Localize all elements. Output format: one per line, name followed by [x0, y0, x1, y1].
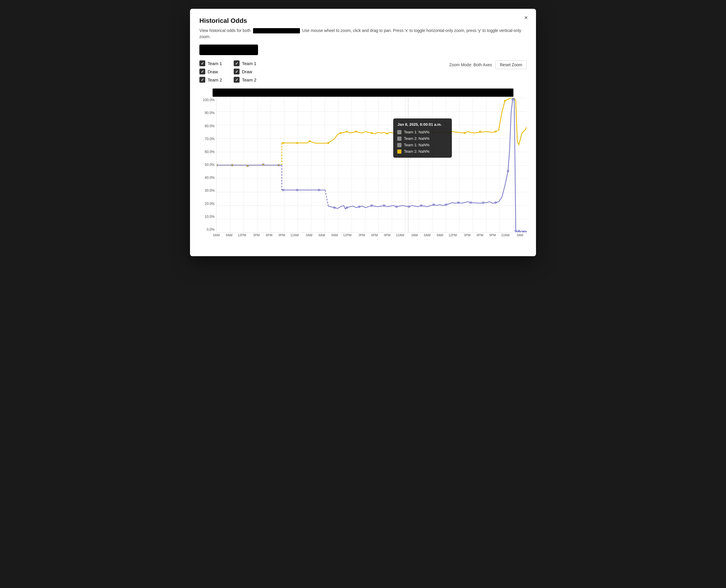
- x-label-3: 3PM: [253, 233, 260, 237]
- svg-point-16: [355, 131, 357, 132]
- legend-item-draw-col1[interactable]: Draw: [200, 69, 222, 75]
- plot-area[interactable]: Jan 8, 2025, 6:00:01 a.m. Team 1: NaN% T…: [216, 98, 526, 233]
- modal: × Historical Odds View historical odds f…: [190, 9, 536, 256]
- svg-point-20: [417, 132, 419, 133]
- svg-point-10: [282, 142, 284, 144]
- x-label-18: 12PM: [448, 233, 457, 237]
- modal-description: View historical odds for both Use mouse …: [200, 27, 526, 40]
- svg-point-15: [346, 131, 348, 132]
- svg-point-23: [463, 132, 465, 134]
- x-label-22: 12AM: [501, 233, 510, 237]
- legend-column-1: Team 1 Draw Team 2: [200, 60, 222, 83]
- y-label-30: 30.0%: [200, 188, 216, 193]
- y-label-100: 100.0%: [200, 98, 216, 102]
- legend-area: Team 1 Draw Team 2 Team 1: [200, 60, 256, 83]
- x-label-4: 6PM: [266, 233, 272, 237]
- legend-item-draw-col2[interactable]: Draw: [234, 69, 256, 75]
- x-label-17: 9AM: [437, 233, 443, 237]
- zoom-mode-label: Zoom Mode: Both Axes: [449, 62, 492, 67]
- reset-zoom-button[interactable]: Reset Zoom: [496, 60, 526, 69]
- svg-point-11: [296, 142, 298, 144]
- x-label-0: 6AM: [213, 233, 220, 237]
- legend-label-team2-col2: Team 2: [242, 77, 256, 82]
- x-axis: 6AM 9AM 12PM 3PM 6PM 9PM 12AM 3AM 6AM 9A…: [216, 233, 526, 237]
- x-label-23: 3AM: [517, 233, 523, 237]
- y-label-20: 20.0%: [200, 202, 216, 206]
- x-label-5: 9PM: [278, 233, 285, 237]
- x-label-20: 6PM: [476, 233, 483, 237]
- legend-label-draw-col2: Draw: [242, 69, 252, 74]
- checkbox-draw-col2[interactable]: [234, 69, 240, 75]
- legend-item-team1-col1[interactable]: Team 1: [200, 60, 222, 66]
- redacted-block: [200, 45, 258, 55]
- svg-point-24: [479, 131, 481, 132]
- legend-item-team2-col2[interactable]: Team 2: [234, 77, 256, 83]
- chart-svg: [217, 98, 526, 232]
- zoom-controls: Zoom Mode: Both Axes Reset Zoom: [449, 60, 526, 69]
- svg-line-4: [325, 190, 328, 206]
- svg-point-26: [504, 100, 506, 102]
- y-label-40: 40.0%: [200, 175, 216, 180]
- x-label-1: 9AM: [226, 233, 232, 237]
- y-label-90: 90.0%: [200, 111, 216, 115]
- chart-area[interactable]: 0.0% 10.0% 20.0% 30.0% 40.0% 50.0% 60.0%…: [200, 98, 526, 247]
- svg-point-14: [340, 132, 341, 134]
- legend-zoom-row: Team 1 Draw Team 2 Team 1: [200, 60, 526, 86]
- svg-point-12: [309, 141, 311, 142]
- legend-item-team2-col1[interactable]: Team 2: [200, 77, 222, 83]
- x-label-10: 12PM: [343, 233, 352, 237]
- x-label-14: 12AM: [396, 233, 405, 237]
- svg-point-18: [386, 133, 388, 134]
- x-label-8: 6AM: [318, 233, 325, 237]
- x-label-16: 6AM: [424, 233, 431, 237]
- x-label-2: 12PM: [237, 233, 246, 237]
- y-label-50: 50.0%: [200, 163, 216, 167]
- checkbox-team1-col2[interactable]: [234, 60, 240, 66]
- y-axis: 0.0% 10.0% 20.0% 30.0% 40.0% 50.0% 60.0%…: [200, 98, 216, 233]
- svg-point-13: [327, 142, 329, 144]
- x-label-12: 6PM: [371, 233, 378, 237]
- x-label-21: 9PM: [490, 233, 496, 237]
- y-label-80: 80.0%: [200, 124, 216, 128]
- x-label-11: 3PM: [359, 233, 365, 237]
- modal-title: Historical Odds: [200, 17, 526, 25]
- legend-column-2: Team 1 Draw Team 2: [234, 60, 256, 83]
- y-label-10: 10.0%: [200, 214, 216, 219]
- y-label-60: 60.0%: [200, 150, 216, 154]
- checkbox-draw-col1[interactable]: [200, 69, 205, 75]
- legend-item-team1-col2[interactable]: Team 1: [234, 60, 256, 66]
- x-label-15: 3AM: [411, 233, 418, 237]
- y-label-0: 0.0%: [200, 228, 216, 232]
- checkbox-team1-col1[interactable]: [200, 60, 205, 66]
- x-label-13: 9PM: [384, 233, 391, 237]
- svg-point-19: [402, 132, 403, 134]
- purple-dots: [216, 99, 526, 233]
- chart-title-bar: [212, 88, 514, 97]
- x-label-19: 3PM: [464, 233, 471, 237]
- y-label-70: 70.0%: [200, 137, 216, 141]
- legend-label-team1-col1: Team 1: [208, 61, 222, 66]
- checkbox-team2-col1[interactable]: [200, 77, 205, 83]
- close-button[interactable]: ×: [522, 14, 530, 22]
- x-label-6: 12AM: [290, 233, 299, 237]
- svg-point-17: [371, 132, 372, 134]
- x-label-7: 3AM: [306, 233, 313, 237]
- checkbox-team2-col2[interactable]: [234, 77, 240, 83]
- redacted-teams: [253, 28, 300, 34]
- svg-point-22: [448, 132, 450, 134]
- svg-point-25: [495, 131, 496, 132]
- svg-point-21: [433, 132, 435, 133]
- legend-label-team2-col1: Team 2: [208, 77, 222, 82]
- x-label-9: 9AM: [331, 233, 338, 237]
- legend-label-team1-col2: Team 1: [242, 61, 256, 66]
- legend-label-draw-col1: Draw: [208, 69, 218, 74]
- chart-container: 0.0% 10.0% 20.0% 30.0% 40.0% 50.0% 60.0%…: [200, 88, 526, 247]
